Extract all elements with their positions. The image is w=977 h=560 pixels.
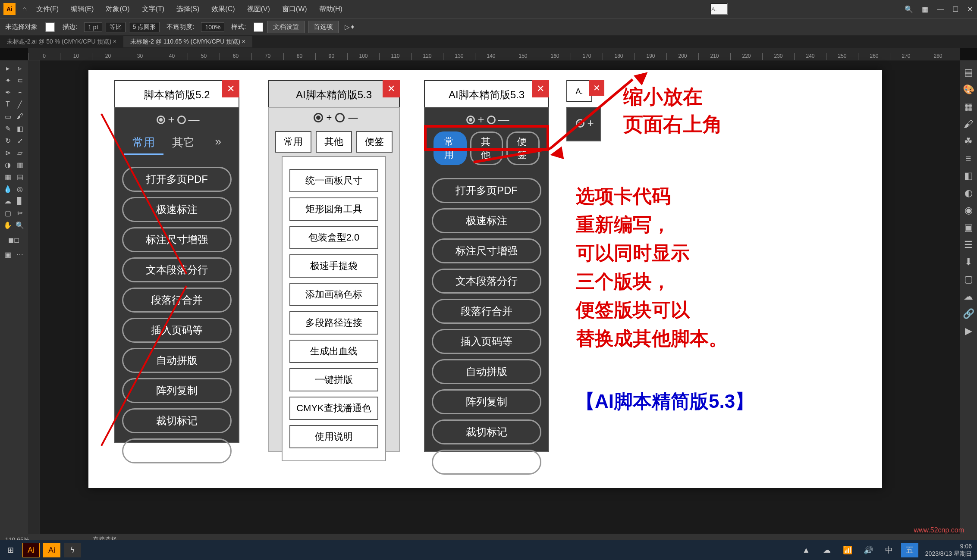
tray-icon-2[interactable]: ☁ (818, 543, 836, 557)
links-panel-icon[interactable]: 🔗 (961, 305, 976, 322)
minimize-icon[interactable]: — (933, 5, 948, 13)
properties-panel-icon[interactable]: ▤ (961, 64, 976, 81)
panel52-tab-common[interactable]: 常用 (124, 131, 163, 155)
panel52-tab-other[interactable]: 其它 (163, 131, 203, 155)
graph-tool[interactable]: ▊ (14, 195, 26, 207)
panel52-radio-1[interactable] (157, 116, 165, 124)
menu-object[interactable]: 对象(O) (100, 5, 135, 14)
menu-view[interactable]: 视图(V) (241, 5, 276, 14)
panel53dark-close[interactable]: ✕ (532, 80, 549, 97)
artboards-panel-icon[interactable]: ▢ (961, 271, 976, 288)
panel53dark-btn-8[interactable]: 裁切标记 (432, 419, 541, 444)
fill-stroke-control[interactable]: ◼◻ (2, 231, 26, 248)
panel52-btn-0[interactable]: 打开多页PDF (122, 167, 232, 192)
menu-select[interactable]: 选择(S) (170, 5, 205, 14)
free-transform-tool[interactable]: ▱ (14, 147, 26, 159)
menu-effect[interactable]: 效果(C) (205, 5, 241, 14)
panel53dark-btn-4[interactable]: 段落行合并 (432, 299, 541, 324)
transparency-panel-icon[interactable]: ◐ (961, 185, 976, 202)
panel53light-btn-9[interactable]: 使用说明 (289, 425, 378, 448)
panel53light-tab-common[interactable]: 常用 (275, 131, 311, 153)
panel53light-tab-notes[interactable]: 便签 (356, 131, 393, 153)
paintbrush-tool[interactable]: 🖌 (14, 110, 26, 122)
symbol-tool[interactable]: ☁ (2, 195, 14, 207)
direct-select-tool[interactable]: ▹ (14, 62, 26, 74)
panel53light-btn-3[interactable]: 极速手提袋 (289, 254, 378, 278)
panel53light-radio-2[interactable] (335, 113, 345, 122)
perspective-tool[interactable]: ▥ (14, 159, 26, 171)
taskbar-clock[interactable]: 9:06 2023/8/13 星期日 (920, 543, 977, 557)
panel53dark-btn-0[interactable]: 打开多页PDF (432, 178, 541, 203)
mini-close[interactable]: ✕ (589, 80, 604, 96)
artboard[interactable]: 脚本精简版5.2 ✕ + — 常用 其它 » 打开多页PDF 极速标注 标注尺寸… (88, 70, 882, 488)
panel52-btn-2[interactable]: 标注尺寸增强 (122, 227, 232, 252)
scale-tool[interactable]: ⤢ (14, 135, 26, 147)
doc-setup-button[interactable]: 文档设置 (267, 21, 305, 33)
panel53dark-btn-9[interactable]: 印前角线 (432, 450, 541, 475)
tray-network-icon[interactable]: 📶 (839, 543, 856, 557)
panel53dark-btn-2[interactable]: 标注尺寸增强 (432, 238, 541, 263)
swatches-panel-icon[interactable]: ▦ (961, 98, 976, 116)
panel53light-btn-6[interactable]: 生成出血线 (289, 340, 378, 363)
panel52-btn-7[interactable]: 阵列复制 (122, 378, 232, 403)
symbols-panel-icon[interactable]: ☘ (961, 133, 976, 150)
panel53light-btn-5[interactable]: 多段路径连接 (289, 311, 378, 335)
panel53light-btn-4[interactable]: 添加画稿色标 (289, 283, 378, 306)
panel52-radio-2[interactable] (177, 116, 186, 124)
panel53light-tab-other[interactable]: 其他 (316, 131, 352, 153)
edit-toolbar[interactable]: ⋯ (14, 248, 26, 260)
align-icon[interactable]: ▷✦ (340, 23, 360, 31)
screen-mode[interactable]: ▣ (2, 248, 14, 260)
start-button[interactable]: ⊞ (2, 543, 19, 557)
zoom-tool[interactable]: 🔍 (14, 219, 26, 231)
close-tab-icon[interactable]: × (113, 38, 116, 45)
blend-tool[interactable]: ◎ (14, 183, 26, 195)
menu-window[interactable]: 窗口(W) (276, 5, 313, 14)
panel53dark-radio-2[interactable] (487, 116, 496, 124)
fill-swatch[interactable] (45, 22, 55, 32)
panel53light-close[interactable]: ✕ (383, 80, 400, 97)
stroke-panel-icon[interactable]: ≡ (961, 150, 976, 167)
tab-doc-1[interactable]: 未标题-2.ai @ 50 % (CMYK/CPU 预览) × (0, 36, 123, 47)
tray-volume-icon[interactable]: 🔊 (860, 543, 877, 557)
color-panel-icon[interactable]: 🎨 (961, 81, 976, 98)
slice-tool[interactable]: ✂ (14, 207, 26, 219)
menu-type[interactable]: 文字(T) (136, 5, 170, 14)
type-tool[interactable]: T (2, 98, 14, 110)
panel52-btn-6[interactable]: 自动拼版 (122, 348, 232, 373)
menu-file[interactable]: 文件(F) (30, 5, 65, 14)
panel52-btn-8[interactable]: 裁切标记 (122, 408, 232, 433)
menu-edit[interactable]: 编辑(E) (65, 5, 100, 14)
corner-dropdown[interactable]: 5 点圆形 (129, 22, 160, 32)
taskbar-ai-1[interactable]: Ai (22, 543, 40, 557)
panel53light-btn-1[interactable]: 矩形圆角工具 (289, 197, 378, 221)
search-icon[interactable]: 🔍 (900, 5, 917, 13)
magic-wand-tool[interactable]: ✦ (2, 74, 14, 86)
tray-icon-1[interactable]: ▲ (798, 543, 815, 557)
panel52-btn-1[interactable]: 极速标注 (122, 197, 232, 222)
brushes-panel-icon[interactable]: 🖌 (961, 116, 976, 133)
panel53light-radio-1[interactable] (314, 113, 323, 122)
play-icon[interactable]: ▶ (961, 322, 976, 340)
rectangle-tool[interactable]: ▭ (2, 110, 14, 122)
opacity-input[interactable]: 100% (201, 22, 224, 32)
mesh-tool[interactable]: ▦ (2, 171, 14, 183)
asset-export-icon[interactable]: ⬇ (961, 253, 976, 271)
line-tool[interactable]: ╱ (14, 98, 26, 110)
taskbar-app-3[interactable]: ϟ (64, 543, 81, 557)
tray-ime-icon[interactable]: 中 (880, 543, 898, 557)
taskbar-ai-2[interactable]: Ai (43, 543, 60, 557)
panel53dark-btn-6[interactable]: 自动拼版 (432, 359, 541, 384)
graphic-styles-icon[interactable]: ▣ (961, 219, 976, 236)
panel52-btn-4[interactable]: 段落行合并 (122, 288, 232, 313)
panel53dark-btn-1[interactable]: 极速标注 (432, 208, 541, 233)
home-icon[interactable]: ⌂ (22, 5, 27, 13)
close-tab-icon[interactable]: × (242, 38, 245, 45)
header-search[interactable] (710, 3, 728, 15)
panel52-btn-3[interactable]: 文本段落分行 (122, 257, 232, 282)
layers-panel-icon[interactable]: ☰ (961, 236, 976, 253)
gradient-tool[interactable]: ▤ (14, 171, 26, 183)
libraries-panel-icon[interactable]: ☁ (961, 288, 976, 305)
close-icon[interactable]: ✕ (963, 5, 977, 13)
panel53light-btn-8[interactable]: CMYK查找潘通色 (289, 397, 378, 420)
